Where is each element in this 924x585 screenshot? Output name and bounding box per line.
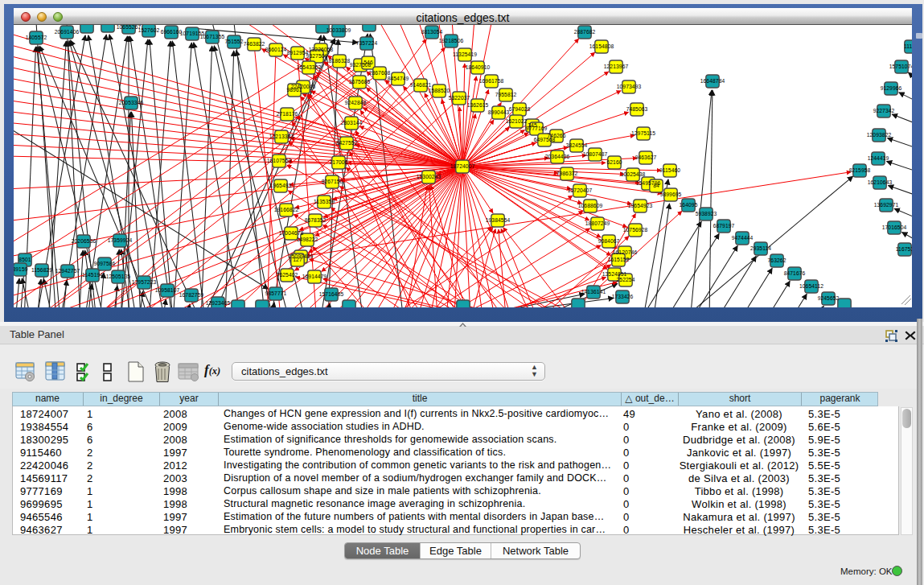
svg-text:9084067: 9084067 bbox=[598, 238, 620, 244]
svg-text:9129966: 9129966 bbox=[881, 85, 902, 91]
svg-text:7485063: 7485063 bbox=[626, 106, 648, 112]
svg-text:20691406: 20691406 bbox=[55, 29, 80, 35]
svg-text:1135359: 1135359 bbox=[314, 199, 335, 204]
svg-text:9242848: 9242848 bbox=[345, 100, 367, 105]
svg-text:14136141: 14136141 bbox=[581, 289, 606, 295]
svg-text:252254: 252254 bbox=[617, 277, 635, 282]
svg-text:16782759: 16782759 bbox=[179, 292, 204, 298]
svg-text:2887682: 2887682 bbox=[574, 29, 596, 35]
svg-text:1145194: 1145194 bbox=[82, 272, 103, 278]
svg-text:12923465: 12923465 bbox=[206, 300, 231, 306]
svg-text:9227342: 9227342 bbox=[873, 108, 895, 113]
svg-text:98961: 98961 bbox=[286, 87, 302, 93]
svg-text:10688609: 10688609 bbox=[578, 203, 603, 208]
svg-text:717006: 717006 bbox=[330, 159, 348, 165]
svg-text:2935114: 2935114 bbox=[750, 245, 771, 251]
svg-text:15720407: 15720407 bbox=[568, 187, 593, 193]
svg-text:1362615: 1362615 bbox=[467, 102, 489, 108]
svg-text:9097586: 9097586 bbox=[94, 261, 116, 266]
svg-text:8215958: 8215958 bbox=[849, 167, 871, 173]
svg-text:8678352: 8678352 bbox=[305, 217, 326, 223]
svg-text:546: 546 bbox=[363, 60, 373, 65]
svg-text:16543362: 16543362 bbox=[297, 64, 322, 70]
svg-text:19218506: 19218506 bbox=[439, 38, 464, 43]
svg-text:2803144: 2803144 bbox=[341, 120, 363, 126]
svg-text:13524851: 13524851 bbox=[602, 271, 627, 277]
svg-text:3675685: 3675685 bbox=[349, 79, 371, 84]
svg-text:8813054: 8813054 bbox=[421, 29, 443, 35]
svg-text:5938923: 5938923 bbox=[696, 211, 717, 216]
svg-text:16914479: 16914479 bbox=[302, 274, 327, 279]
svg-text:16648784: 16648784 bbox=[700, 78, 725, 84]
svg-text:116753: 116753 bbox=[896, 246, 912, 252]
svg-text:9245652: 9245652 bbox=[818, 295, 840, 301]
svg-text:16210643: 16210643 bbox=[868, 179, 893, 185]
svg-text:10973493: 10973493 bbox=[617, 84, 642, 89]
svg-text:19654923: 19654923 bbox=[628, 203, 653, 208]
svg-text:9899695: 9899695 bbox=[660, 192, 682, 197]
svg-text:7357224: 7357224 bbox=[356, 40, 378, 46]
svg-text:9474444: 9474444 bbox=[732, 235, 754, 241]
svg-text:1588520: 1588520 bbox=[429, 88, 450, 93]
svg-text:1615152: 1615152 bbox=[608, 257, 630, 262]
svg-text:39159: 39159 bbox=[14, 266, 28, 272]
svg-text:8912954: 8912954 bbox=[287, 50, 309, 56]
svg-text:6497568: 6497568 bbox=[534, 137, 556, 142]
svg-text:16961758: 16961758 bbox=[479, 78, 504, 84]
svg-text:751552: 751552 bbox=[225, 39, 244, 44]
svg-text:17359924: 17359924 bbox=[108, 237, 133, 243]
svg-text:11171: 11171 bbox=[904, 43, 912, 49]
svg-text:10958107: 10958107 bbox=[155, 287, 180, 293]
svg-text:8427552: 8427552 bbox=[336, 140, 358, 146]
svg-text:6879197: 6879197 bbox=[713, 223, 735, 229]
svg-text:1498222: 1498222 bbox=[297, 237, 318, 242]
svg-text:18640910: 18640910 bbox=[466, 64, 491, 70]
svg-text:8501: 8501 bbox=[18, 257, 31, 262]
svg-text:1965493: 1965493 bbox=[270, 183, 292, 188]
svg-text:164095: 164095 bbox=[680, 202, 698, 208]
svg-text:16107553: 16107553 bbox=[267, 158, 292, 163]
svg-text:9146821: 9146821 bbox=[410, 82, 432, 88]
svg-text:13692971: 13692971 bbox=[874, 202, 899, 208]
svg-text:18807249: 18807249 bbox=[585, 220, 610, 226]
svg-text:8660124: 8660124 bbox=[265, 47, 287, 52]
svg-text:16120746: 16120746 bbox=[613, 249, 638, 255]
svg-text:7625402: 7625402 bbox=[277, 272, 298, 278]
svg-text:12213383: 12213383 bbox=[269, 134, 294, 139]
svg-text:11325419: 11325419 bbox=[453, 51, 477, 57]
svg-text:6966160: 6966160 bbox=[161, 29, 183, 35]
svg-text:10671355: 10671355 bbox=[200, 34, 225, 39]
svg-text:9327509: 9327509 bbox=[306, 53, 328, 59]
svg-text:8267150: 8267150 bbox=[322, 179, 343, 184]
svg-text:7955812: 7955812 bbox=[495, 92, 517, 97]
svg-text:8990443: 8990443 bbox=[488, 109, 510, 115]
svg-text:84: 84 bbox=[653, 183, 659, 188]
svg-text:3824554: 3824554 bbox=[566, 142, 588, 148]
svg-text:12093822: 12093822 bbox=[867, 132, 892, 138]
svg-text:2718176: 2718176 bbox=[277, 111, 298, 117]
svg-text:12942757: 12942757 bbox=[55, 268, 80, 274]
svg-text:20364436: 20364436 bbox=[545, 154, 570, 159]
svg-text:763262: 763262 bbox=[768, 257, 786, 263]
svg-text:19384554: 19384554 bbox=[486, 217, 511, 223]
svg-text:9115460: 9115460 bbox=[659, 167, 680, 173]
svg-text:17957223: 17957223 bbox=[132, 279, 157, 285]
svg-text:12505135: 12505135 bbox=[106, 274, 131, 279]
svg-text:1156829: 1156829 bbox=[31, 267, 52, 273]
svg-text:13226058: 13226058 bbox=[309, 47, 334, 52]
svg-text:15716485: 15716485 bbox=[319, 291, 344, 297]
svg-text:1405572: 1405572 bbox=[26, 35, 47, 40]
svg-text:1527602: 1527602 bbox=[138, 27, 160, 33]
svg-text:1733426: 1733426 bbox=[612, 294, 634, 299]
svg-text:5322037: 5322037 bbox=[449, 95, 470, 101]
svg-text:12213967: 12213967 bbox=[604, 64, 629, 69]
svg-text:17004678: 17004678 bbox=[279, 230, 304, 236]
svg-text:10756928: 10756928 bbox=[623, 227, 648, 233]
svg-text:1621022: 1621022 bbox=[506, 118, 528, 124]
svg-text:18724007: 18724007 bbox=[450, 163, 475, 169]
svg-text:19166822: 19166822 bbox=[274, 207, 299, 212]
svg-text:127: 127 bbox=[293, 257, 302, 262]
svg-text:15300243: 15300243 bbox=[417, 174, 441, 179]
svg-text:10025438: 10025438 bbox=[621, 171, 646, 177]
svg-text:1244419: 1244419 bbox=[868, 155, 889, 161]
